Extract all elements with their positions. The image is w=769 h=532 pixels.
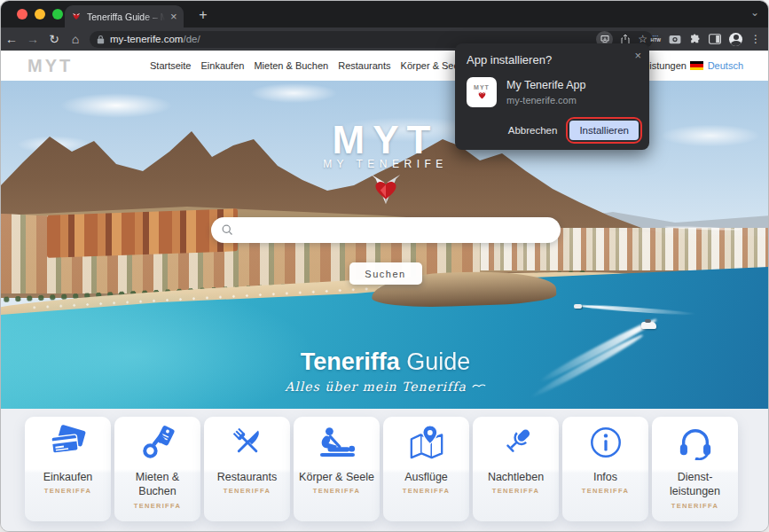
card-dienstleistungen[interactable]: Dienst-leistungen TENERIFFA <box>652 417 738 521</box>
site-favicon-icon <box>71 12 82 22</box>
key-tag-icon <box>114 417 200 468</box>
search-icon <box>221 223 234 237</box>
card-restaurants[interactable]: Restaurants TENERIFFA <box>204 417 290 521</box>
app-icon: MYT <box>467 77 497 107</box>
nav-item-einkaufen[interactable]: Einkaufen <box>200 60 244 71</box>
extension-htw-icon[interactable]: •••HTW <box>651 35 661 43</box>
home-button[interactable]: ⌂ <box>65 32 86 46</box>
info-icon <box>562 417 648 468</box>
close-window-button[interactable] <box>17 9 27 20</box>
map-pin-icon <box>383 417 469 468</box>
hero-title-secondary: Guide <box>400 348 471 375</box>
app-domain: my-tenerife.com <box>506 95 577 106</box>
site-logo[interactable]: MYT <box>27 56 73 76</box>
browser-tab[interactable]: Teneriffa Guide – MYT - MY TE × <box>65 5 184 27</box>
dialog-buttons: Abbrechen Installieren <box>508 121 639 140</box>
card-subtitle: TENERIFFA <box>204 487 290 495</box>
tab-search-chevron-icon[interactable]: ⌄ <box>750 6 759 19</box>
card-title: Restaurants <box>204 468 290 484</box>
category-cards: Einkaufen TENERIFFA Mieten & Buchen TENE… <box>25 417 738 521</box>
jetski <box>574 304 582 309</box>
card-title: Einkaufen <box>25 468 111 484</box>
url-domain: my-tenerife.com <box>110 34 183 44</box>
card-subtitle: TENERIFFA <box>562 487 648 495</box>
app-install-dialog: App installieren? × MYT My Tenerife App … <box>455 43 649 150</box>
site-navbar: MYT Startseite Einkaufen Mieten & Buchen… <box>1 51 768 81</box>
resort-buildings <box>47 208 238 258</box>
speedboat <box>641 322 656 329</box>
window-controls <box>17 9 63 20</box>
reload-button[interactable]: ↻ <box>43 32 65 46</box>
hero-tagline: Alles über mein Teneriffa <box>1 379 769 394</box>
card-nachtleben[interactable]: Nachtleben TENERIFFA <box>473 417 559 521</box>
category-section: Einkaufen TENERIFFA Mieten & Buchen TENE… <box>1 409 768 532</box>
browser-menu-icon[interactable]: ⋮ <box>750 33 761 45</box>
extensions-puzzle-icon[interactable] <box>689 34 701 45</box>
card-subtitle: TENERIFFA <box>473 487 559 495</box>
new-tab-button[interactable]: + <box>194 7 212 23</box>
card-title: Nachtleben <box>473 468 559 484</box>
extension-htw-label: HTW <box>651 37 661 43</box>
card-subtitle: TENERIFFA <box>652 502 738 510</box>
url-text: my-tenerife.com/de/ <box>110 34 200 44</box>
card-ausfluege[interactable]: Ausflüge TENERIFFA <box>383 417 469 521</box>
seagull-icon <box>472 382 486 389</box>
nav-item-restaurants[interactable]: Restaurants <box>338 60 390 71</box>
headset-icon <box>652 417 738 468</box>
card-title: Mieten & Buchen <box>114 468 200 499</box>
hero-tagline-text: Alles über mein Teneriffa <box>285 379 467 394</box>
screenshot-extension-icon[interactable] <box>669 34 681 44</box>
search-input[interactable] <box>211 217 561 243</box>
app-name: My Tenerife App <box>506 79 585 91</box>
hero-logo-subtext: MY TENERIFE <box>1 158 769 170</box>
massage-icon <box>294 417 380 468</box>
app-icon-text: MYT <box>474 84 490 90</box>
side-panel-icon[interactable] <box>709 34 721 44</box>
heart-emblem-icon <box>1 173 769 212</box>
hero-title-primary: Teneriffa <box>301 348 400 375</box>
tab-close-icon[interactable]: × <box>170 11 177 22</box>
card-subtitle: TENERIFFA <box>383 487 469 495</box>
cancel-button[interactable]: Abbrechen <box>508 125 558 136</box>
card-infos[interactable]: Infos TENERIFFA <box>562 417 648 521</box>
install-button[interactable]: Installieren <box>569 121 639 140</box>
card-subtitle: TENERIFFA <box>25 487 111 495</box>
dialog-close-icon[interactable]: × <box>634 49 641 62</box>
german-flag-icon <box>690 61 703 70</box>
zoom-window-button[interactable] <box>52 9 63 20</box>
browser-toolbar: ← → ↻ ⌂ my-tenerife.com/de/ <box>1 27 768 51</box>
card-einkaufen[interactable]: Einkaufen TENERIFFA <box>25 417 111 521</box>
hero-logo-text: MYT <box>1 118 769 162</box>
card-title: Infos <box>562 468 648 484</box>
browser-window: Teneriffa Guide – MYT - MY TE × + ⌄ ← → … <box>0 0 769 532</box>
profile-avatar-icon[interactable] <box>729 33 742 46</box>
app-icon-heart <box>476 90 488 100</box>
dialog-title: App installieren? <box>467 53 552 66</box>
tab-strip: Teneriffa Guide – MYT - MY TE × + ⌄ <box>1 1 768 27</box>
card-title: Körper & Seele <box>294 468 380 484</box>
nav-item-mieten-buchen[interactable]: Mieten & Buchen <box>254 60 328 71</box>
search-button[interactable]: Suchen <box>349 262 422 285</box>
card-mieten-buchen[interactable]: Mieten & Buchen TENERIFFA <box>114 417 200 521</box>
language-switcher[interactable]: Deutsch <box>690 51 743 81</box>
hero-title: Teneriffa Guide <box>1 348 769 376</box>
card-title: Ausflüge <box>383 468 469 484</box>
forward-button[interactable]: → <box>22 32 43 46</box>
card-subtitle: TENERIFFA <box>294 487 380 495</box>
hero-logo: MYT MY TENERIFE <box>1 118 769 212</box>
card-title: Dienst-leistungen <box>652 468 738 499</box>
hero-banner: MYT MY TENERIFE Suchen Teneriffa Guide A… <box>1 81 769 409</box>
url-path: /de/ <box>183 34 200 44</box>
back-button[interactable]: ← <box>1 32 22 46</box>
extension-area: •••HTW ⋮ <box>651 30 761 48</box>
nav-item-startseite[interactable]: Startseite <box>150 60 191 71</box>
lock-icon <box>97 35 105 44</box>
tab-title: Teneriffa Guide – MYT - MY TE <box>87 12 165 22</box>
microphone-icon <box>473 417 559 468</box>
card-subtitle: TENERIFFA <box>114 502 200 510</box>
cutlery-icon <box>204 417 290 468</box>
credit-cards-icon <box>25 417 111 468</box>
card-koerper-seele[interactable]: Körper & Seele TENERIFFA <box>294 417 380 521</box>
minimize-window-button[interactable] <box>35 9 45 20</box>
language-label: Deutsch <box>708 60 743 71</box>
